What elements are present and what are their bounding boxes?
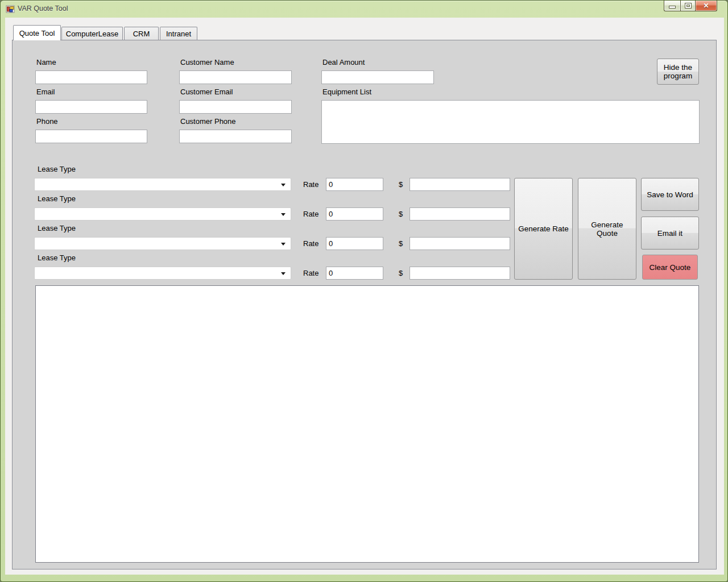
client-area: Quote Tool ComputerLease CRM Intranet Na…: [5, 18, 724, 575]
app-icon: [6, 5, 15, 14]
amount-input-4[interactable]: [410, 267, 510, 280]
lease-type-label: Lease Type: [38, 194, 76, 203]
currency-label: $: [399, 269, 403, 277]
customer-phone-label: Customer Phone: [180, 117, 236, 126]
rate-input-2[interactable]: [326, 207, 383, 221]
title-bar[interactable]: VAR Quote Tool ✕: [1, 1, 727, 18]
customer-phone-input[interactable]: [179, 130, 292, 143]
amount-input-2[interactable]: [410, 207, 510, 221]
quote-output-textbox[interactable]: [35, 285, 699, 563]
tab-intranet[interactable]: Intranet: [160, 27, 197, 40]
tab-quote-tool[interactable]: Quote Tool: [13, 25, 61, 40]
close-button[interactable]: ✕: [696, 1, 717, 11]
generate-rate-button[interactable]: Generate Rate: [514, 178, 573, 280]
rate-label: Rate: [303, 269, 318, 277]
phone-label: Phone: [36, 117, 58, 126]
email-input[interactable]: [35, 100, 147, 114]
equipment-list-input[interactable]: [321, 100, 700, 144]
maximize-button[interactable]: [680, 1, 696, 11]
minimize-icon: [669, 6, 675, 8]
rate-label: Rate: [303, 210, 318, 218]
save-to-word-button[interactable]: Save to Word: [641, 178, 699, 211]
amount-input-1[interactable]: [410, 178, 510, 191]
close-icon: ✕: [703, 2, 709, 10]
quote-tool-panel: Name Email Phone Customer Name Customer …: [12, 40, 717, 569]
lease-type-select-4[interactable]: [34, 267, 291, 280]
tab-computerlease[interactable]: ComputerLease: [61, 27, 123, 40]
equipment-list-label: Equipment List: [322, 88, 371, 96]
customer-name-label: Customer Name: [180, 58, 234, 66]
deal-amount-input[interactable]: [321, 70, 434, 84]
deal-amount-label: Deal Amount: [322, 58, 365, 66]
rate-input-3[interactable]: [326, 237, 383, 250]
lease-type-select-3[interactable]: [34, 237, 291, 250]
hide-program-button[interactable]: Hide the program: [657, 59, 699, 85]
currency-label: $: [399, 239, 403, 248]
email-label: Email: [36, 88, 55, 96]
lease-type-label: Lease Type: [38, 253, 76, 262]
lease-type-label: Lease Type: [38, 165, 76, 173]
minimize-button[interactable]: [664, 1, 680, 11]
chevron-down-icon: [281, 184, 286, 186]
clear-quote-button[interactable]: Clear Quote: [642, 255, 698, 280]
chevron-down-icon: [281, 272, 286, 275]
customer-name-input[interactable]: [179, 70, 292, 84]
lease-type-select-1[interactable]: [34, 178, 291, 191]
lease-type-select-2[interactable]: [34, 207, 291, 221]
caption-buttons: ✕: [664, 1, 717, 11]
customer-email-input[interactable]: [179, 100, 292, 114]
rate-input-4[interactable]: [326, 267, 383, 280]
rate-label: Rate: [303, 239, 318, 248]
rate-input-1[interactable]: [326, 178, 383, 191]
chevron-down-icon: [281, 213, 286, 216]
generate-quote-button[interactable]: Generate Quote: [578, 178, 636, 280]
maximize-icon: [685, 3, 691, 8]
tab-crm[interactable]: CRM: [124, 27, 159, 40]
phone-input[interactable]: [35, 130, 147, 143]
window-title: VAR Quote Tool: [18, 5, 68, 13]
amount-input-3[interactable]: [410, 237, 510, 250]
currency-label: $: [399, 180, 403, 189]
currency-label: $: [399, 210, 403, 218]
customer-email-label: Customer Email: [180, 88, 233, 96]
app-window: VAR Quote Tool ✕ Quote Tool ComputerLeas…: [0, 0, 728, 582]
name-input[interactable]: [35, 70, 147, 84]
lease-type-label: Lease Type: [38, 224, 76, 232]
email-it-button[interactable]: Email it: [641, 217, 699, 250]
chevron-down-icon: [281, 243, 286, 246]
name-label: Name: [36, 58, 56, 66]
rate-label: Rate: [303, 180, 318, 189]
